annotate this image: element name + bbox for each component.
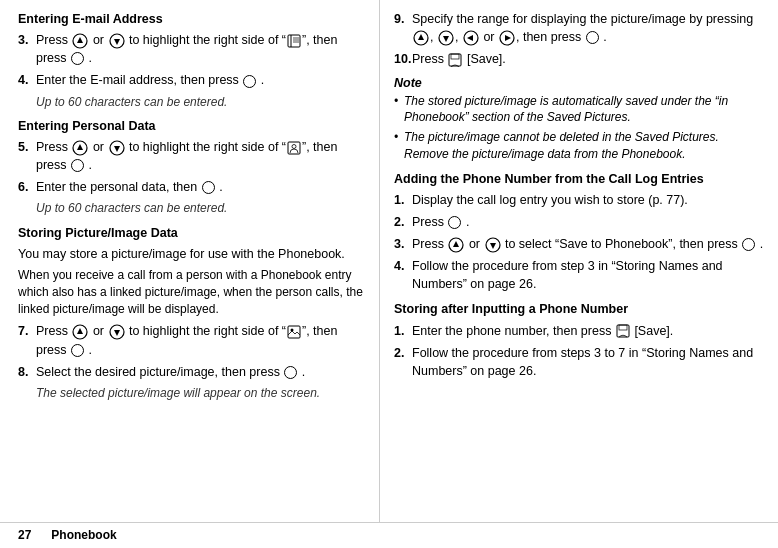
save-icon [448, 53, 462, 67]
picture-body1: You may store a picture/image for use wi… [18, 245, 365, 263]
heading-call-log: Adding the Phone Number from the Call Lo… [394, 170, 764, 188]
nav-up-icon-3 [72, 324, 88, 340]
left-column: Entering E-mail Address 3. Press or [0, 0, 380, 522]
note-section: Note The stored picture/image is automat… [394, 74, 764, 162]
right-column: 9. Specify the range for displaying the … [380, 0, 778, 522]
nav-up-icon [72, 33, 88, 49]
step-8-subtext: The selected picture/image will appear o… [36, 385, 365, 402]
step-7: 7. Press or to highlight the right si [18, 322, 365, 358]
calllog-step-2: 2. Press . [394, 213, 764, 231]
storing-step-2: 2. Follow the procedure from steps 3 to … [394, 344, 764, 380]
step-4: 4. Enter the E-mail address, then press … [18, 71, 365, 89]
confirm-button-icon-3 [71, 159, 84, 172]
svg-rect-19 [288, 326, 300, 338]
svg-marker-26 [467, 35, 473, 41]
svg-marker-3 [114, 39, 120, 45]
nav-up-icon-5 [448, 237, 464, 253]
svg-marker-16 [77, 328, 83, 334]
svg-rect-30 [451, 54, 459, 59]
heading-personal: Entering Personal Data [18, 117, 365, 135]
nav-up-icon-2 [72, 140, 88, 156]
heading-email: Entering E-mail Address [18, 10, 365, 28]
step-8: 8. Select the desired picture/image, the… [18, 363, 365, 381]
step-6: 6. Enter the personal data, then . [18, 178, 365, 196]
svg-rect-36 [619, 325, 627, 330]
nav-down-icon-4 [438, 30, 454, 46]
step-10: 10. Press [Save]. [394, 50, 764, 68]
confirm-button-icon-6 [284, 366, 297, 379]
footer: 27 Phonebook [0, 522, 778, 548]
nav-up-icon-4 [413, 30, 429, 46]
calllog-step-1: 1. Display the call log entry you wish t… [394, 191, 764, 209]
footer-section-label: Phonebook [51, 527, 116, 544]
svg-point-14 [292, 144, 296, 148]
svg-marker-1 [77, 37, 83, 43]
storing-step-1: 1. Enter the phone number, then press [S… [394, 322, 764, 340]
nav-down-icon-3 [109, 324, 125, 340]
page-number: 27 [18, 527, 31, 544]
confirm-button-icon-7 [586, 31, 599, 44]
svg-marker-28 [505, 35, 511, 41]
step-3: 3. Press or to highlight the [18, 31, 365, 67]
confirm-button-icon-5 [71, 344, 84, 357]
svg-marker-18 [114, 330, 120, 336]
svg-marker-12 [114, 146, 120, 152]
svg-marker-34 [490, 243, 496, 249]
step-4-subtext: Up to 60 characters can be entered. [36, 94, 365, 111]
confirm-button-icon-4 [202, 181, 215, 194]
svg-marker-22 [418, 34, 424, 40]
svg-marker-24 [443, 36, 449, 42]
heading-storing-after: Storing after Inputting a Phone Number [394, 300, 764, 318]
contacts-icon [287, 141, 301, 155]
nav-down-icon [109, 33, 125, 49]
confirm-button-icon-9 [742, 238, 755, 251]
step-9: 9. Specify the range for displaying the … [394, 10, 764, 46]
nav-down-icon-2 [109, 140, 125, 156]
confirm-button-icon [71, 52, 84, 65]
calllog-step-4: 4. Follow the procedure from step 3 in “… [394, 257, 764, 293]
nav-right-icon [499, 30, 515, 46]
note-item-2: The picture/image cannot be deleted in t… [394, 129, 764, 163]
nav-down-icon-5 [485, 237, 501, 253]
book-icon [287, 34, 301, 48]
step-6-subtext: Up to 60 characters can be entered. [36, 200, 365, 217]
note-title: Note [394, 74, 764, 92]
confirm-button-icon-8 [448, 216, 461, 229]
confirm-button-icon-2 [243, 75, 256, 88]
note-item-1: The stored picture/image is automaticall… [394, 93, 764, 127]
svg-rect-4 [288, 35, 300, 47]
heading-picture: Storing Picture/Image Data [18, 224, 365, 242]
save-icon-2 [616, 324, 630, 338]
image-icon [287, 325, 301, 339]
calllog-step-3: 3. Press or to select “Save to Phoneb [394, 235, 764, 253]
svg-marker-10 [77, 144, 83, 150]
nav-left-icon [463, 30, 479, 46]
svg-marker-32 [453, 241, 459, 247]
picture-body2: When you receive a call from a person wi… [18, 267, 365, 317]
step-5: 5. Press or to highlight the right si [18, 138, 365, 174]
